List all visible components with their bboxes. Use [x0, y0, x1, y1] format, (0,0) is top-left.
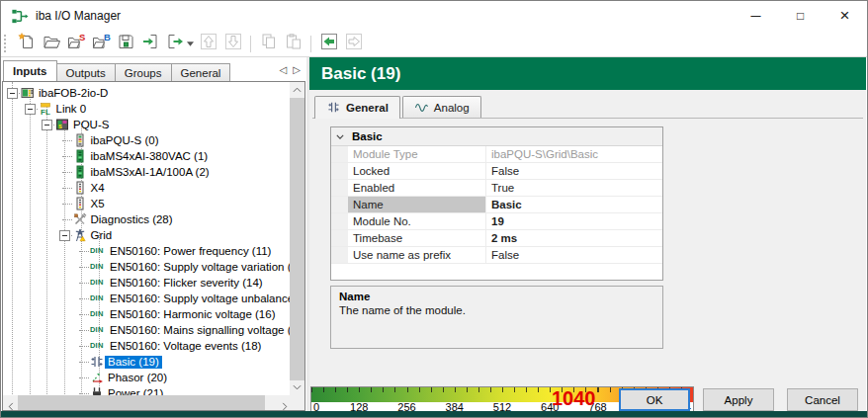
tree-item-label[interactable]: PQU-S [70, 119, 112, 131]
tree-item[interactable]: DINEN50160: Power frequency (11) [3, 243, 289, 259]
tree-item-label[interactable]: X4 [88, 182, 108, 195]
tab-general[interactable]: General [171, 63, 231, 81]
tree-item[interactable]: DINEN50160: Supply voltage unbalance [3, 291, 289, 306]
property-row[interactable]: EnabledTrue [331, 180, 662, 197]
export-button[interactable] [162, 32, 187, 55]
property-row[interactable]: Use name as prefixFalse [331, 247, 662, 264]
tree-item[interactable]: X4 [3, 180, 289, 196]
property-row[interactable]: Timebase2 ms [331, 230, 662, 247]
paste-button[interactable] [281, 32, 305, 55]
tree-item[interactable]: DINEN50160: Mains signalling voltage (1 [3, 322, 289, 338]
tree-item-label[interactable]: EN50160: Power frequency (11) [107, 245, 274, 258]
tab-analog[interactable]: Analog [402, 96, 481, 119]
tree-item-label[interactable]: EN50160: Supply voltage variation (1 [107, 261, 301, 274]
tree-item[interactable]: ibaMS3xAI-1A/100A (2) [3, 164, 289, 180]
ok-button[interactable]: OK [619, 388, 690, 411]
tree-item[interactable]: DINEN50160: Voltage events (18) [3, 338, 289, 354]
property-value[interactable]: 19 [486, 213, 662, 229]
tree-item[interactable]: Basic (19) [3, 354, 289, 370]
tab-groups[interactable]: Groups [115, 63, 172, 81]
property-row[interactable]: LockedFalse [331, 163, 662, 180]
property-value[interactable]: False [486, 247, 662, 263]
tree-vertical-scrollbar[interactable] [290, 82, 304, 410]
toolbar-grip[interactable] [4, 35, 9, 52]
tab-scroll-left-icon[interactable]: ◁ [280, 64, 288, 75]
maximize-icon[interactable]: □ [778, 1, 823, 31]
scrollbar-thumb[interactable] [290, 98, 304, 380]
import-button[interactable] [137, 32, 162, 55]
scroll-left-icon[interactable] [3, 399, 18, 411]
tree-item[interactable]: ibaFOB-2io-D [3, 85, 289, 101]
tab-outputs[interactable]: Outputs [56, 63, 116, 81]
collapse-chevron-icon[interactable] [331, 127, 348, 145]
property-name[interactable]: Enabled [348, 180, 486, 196]
expander-minus-icon[interactable] [59, 230, 70, 241]
tree-item-label[interactable]: EN50160: Harmonic voltage (16) [107, 308, 278, 321]
dropdown-caret-icon[interactable] [187, 32, 196, 55]
property-name[interactable]: Locked [348, 163, 486, 179]
tree-item-label[interactable]: ibaMS3xAI-1A/100A (2) [88, 166, 213, 179]
tree-item-label[interactable]: EN50160: Mains signalling voltage (1 [107, 324, 301, 337]
tab-general[interactable]: General [314, 96, 400, 119]
tree-item[interactable]: DINEN50160: Flicker severity (14) [3, 275, 289, 291]
property-row[interactable]: Module TypeibaPQU-S\Grid\Basic [331, 146, 662, 163]
property-name[interactable]: Use name as prefix [348, 247, 486, 263]
move-down-button[interactable] [220, 32, 245, 55]
new-configuration-button[interactable] [14, 32, 39, 55]
scroll-down-icon[interactable] [290, 379, 304, 394]
property-name[interactable]: Name [348, 197, 486, 212]
property-name[interactable]: Module No. [348, 213, 486, 229]
property-row[interactable]: NameBasic [331, 197, 662, 213]
scroll-right-icon[interactable] [277, 399, 292, 411]
tree-item[interactable]: Diagnostics (28) [3, 211, 289, 227]
navigate-forward-button[interactable] [341, 32, 366, 55]
copy-button[interactable] [256, 32, 281, 55]
tree-item[interactable]: DINEN50160: Supply voltage variation (1 [3, 259, 289, 275]
cancel-button[interactable]: Cancel [787, 388, 858, 411]
tree-item-label[interactable]: EN50160: Supply voltage unbalance [107, 293, 297, 305]
tree-horizontal-scrollbar[interactable] [3, 395, 292, 410]
tab-inputs[interactable]: Inputs [3, 60, 57, 81]
tree-item-label[interactable]: ibaFOB-2io-D [36, 87, 111, 100]
tree-item[interactable]: ibaMS4xAI-380VAC (1) [3, 148, 289, 164]
property-value[interactable]: ibaPQU-S\Grid\Basic [486, 146, 662, 162]
tree-item[interactable]: Grid [3, 227, 289, 243]
scroll-up-icon[interactable] [290, 82, 304, 97]
expander-minus-icon[interactable] [25, 104, 36, 115]
tree-item-label[interactable]: Grid [88, 229, 116, 242]
property-value[interactable]: False [486, 163, 662, 179]
tree-item-label[interactable]: Basic (19) [105, 356, 162, 369]
apply-button[interactable]: Apply [703, 388, 774, 411]
property-category-row[interactable]: Basic [331, 127, 662, 146]
open-project-s-button[interactable]: S [63, 32, 88, 55]
tree-item[interactable]: sPQU-S [3, 117, 289, 132]
tree-item[interactable]: ibaPQU-S (0) [3, 132, 289, 148]
property-value[interactable]: 2 ms [486, 230, 662, 246]
expander-minus-icon[interactable] [7, 88, 18, 99]
property-row[interactable]: Module No.19 [331, 213, 662, 230]
tree-item-label[interactable]: EN50160: Flicker severity (14) [107, 277, 266, 290]
tree-item-label[interactable]: Link 0 [53, 103, 90, 116]
scrollbar-thumb[interactable] [18, 395, 265, 410]
minimize-icon[interactable]: ─ [734, 1, 778, 31]
property-name[interactable]: Module Type [348, 146, 486, 162]
tree-item-label[interactable]: ibaMS4xAI-380VAC (1) [88, 150, 212, 163]
tab-scroll-right-icon[interactable]: ▷ [293, 64, 301, 75]
open-file-button[interactable] [39, 32, 63, 55]
property-value[interactable]: Basic [486, 197, 662, 212]
tree-item[interactable]: FLLink 0 [3, 101, 289, 117]
expander-minus-icon[interactable] [42, 120, 52, 130]
navigate-back-button[interactable] [316, 32, 341, 55]
move-up-button[interactable] [196, 32, 220, 55]
property-name[interactable]: Timebase [348, 230, 486, 246]
open-project-b-button[interactable]: B [88, 32, 113, 55]
tree-item[interactable]: Phasor (20) [3, 370, 289, 385]
tree-item-label[interactable]: X5 [88, 198, 108, 210]
save-button[interactable] [113, 32, 137, 55]
tree-item-label[interactable]: EN50160: Voltage events (18) [107, 340, 264, 353]
tree-item[interactable]: DINEN50160: Harmonic voltage (16) [3, 306, 289, 322]
close-icon[interactable]: × [823, 1, 867, 31]
tree-item-label[interactable]: Diagnostics (28) [88, 213, 176, 226]
property-value[interactable]: True [486, 180, 662, 196]
tree-item[interactable]: X5 [3, 196, 289, 211]
